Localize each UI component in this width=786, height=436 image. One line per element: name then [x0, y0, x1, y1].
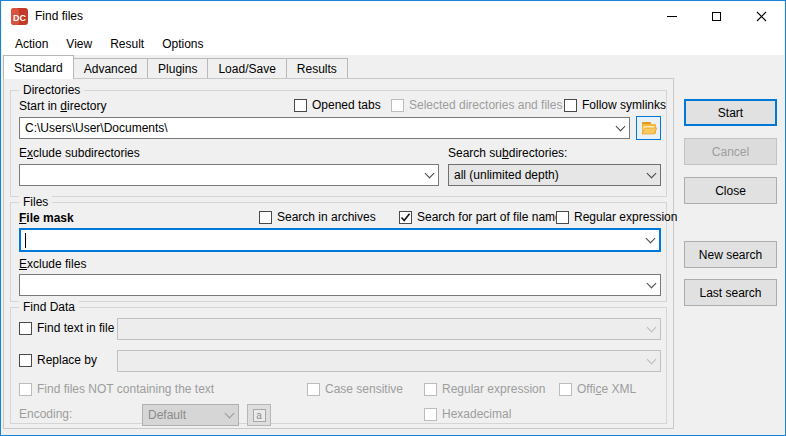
maximize-icon [712, 12, 721, 21]
selected-dirs-checkbox: Selected directories and files [391, 98, 562, 112]
checkbox-icon [559, 383, 572, 396]
menu-action[interactable]: Action [6, 34, 57, 54]
chevron-down-icon [424, 168, 434, 178]
case-sensitive-checkbox: Case sensitive [307, 382, 403, 396]
close-icon [756, 11, 767, 22]
dropdown-arrow [642, 351, 660, 371]
directories-group: Directories Start in directory Opened ta… [10, 90, 667, 197]
browse-folder-button[interactable] [636, 116, 661, 140]
dropdown-arrow [220, 405, 238, 425]
start-button[interactable]: Start [684, 99, 777, 126]
checkbox-icon [19, 322, 32, 335]
chevron-down-icon [615, 121, 625, 131]
standard-tab-panel: Directories Start in directory Opened ta… [3, 78, 674, 429]
data-regular-expression-checkbox: Regular expression [424, 382, 545, 396]
exclude-subdirectories-combobox[interactable] [19, 164, 439, 186]
window-title: Find files [35, 9, 83, 23]
checkbox-icon [307, 383, 320, 396]
menu-result[interactable]: Result [101, 34, 153, 54]
hexadecimal-checkbox: Hexadecimal [424, 407, 511, 421]
chevron-down-icon [645, 233, 655, 243]
find-text-combobox [117, 318, 661, 340]
find-files-window: DC Find files Action View Result Options… [0, 0, 786, 436]
search-in-archives-checkbox[interactable]: Search in archives [259, 210, 376, 224]
new-search-button[interactable]: New search [684, 241, 777, 268]
tab-load-save[interactable]: Load/Save [207, 58, 286, 79]
encoding-value: Default [143, 408, 220, 422]
tabstrip: Standard Advanced Plugins Load/Save Resu… [3, 56, 347, 79]
chevron-down-icon [646, 278, 656, 288]
encoding-dropdown: Default [142, 404, 239, 426]
letter-a-icon: a [253, 409, 266, 422]
ansi-mode-button: a [247, 404, 271, 426]
svg-text:DC: DC [13, 13, 26, 23]
files-regular-expression-checkbox[interactable]: Regular expression [556, 210, 677, 224]
chevron-down-icon [224, 408, 234, 418]
dropdown-arrow[interactable] [642, 165, 660, 185]
minimize-icon [667, 16, 677, 17]
close-search-button[interactable]: Close [684, 177, 777, 204]
checkbox-icon [19, 383, 32, 396]
find-data-legend: Find Data [19, 300, 79, 314]
opened-tabs-checkbox[interactable]: Opened tabs [294, 98, 381, 112]
tab-advanced[interactable]: Advanced [73, 58, 148, 79]
folder-icon [641, 121, 657, 135]
checkbox-checked-icon [399, 211, 412, 224]
search-subdirectories-value: all (unlimited depth) [449, 168, 642, 182]
chevron-down-icon [646, 354, 656, 364]
search-subdirectories-dropdown[interactable]: all (unlimited depth) [448, 164, 661, 186]
last-search-button[interactable]: Last search [684, 279, 777, 306]
menubar: Action View Result Options [2, 32, 784, 55]
exclude-files-label: Exclude files [19, 257, 86, 271]
files-group: Files File mask Search in archives Searc… [10, 202, 667, 302]
menu-view[interactable]: View [57, 34, 101, 54]
follow-symlinks-checkbox[interactable]: Follow symlinks [564, 98, 666, 112]
exclude-files-combobox[interactable] [19, 274, 661, 296]
checkbox-icon [259, 211, 272, 224]
office-xml-checkbox: Office XML [559, 382, 636, 396]
close-button[interactable] [739, 1, 784, 32]
replace-by-checkbox[interactable]: Replace by [19, 353, 97, 367]
find-data-group: Find Data Find text in file Replace by F… [10, 307, 667, 424]
directories-legend: Directories [19, 83, 84, 97]
text-cursor [25, 233, 26, 248]
not-containing-checkbox: Find files NOT containing the text [19, 382, 214, 396]
exclude-subdirectories-label: Exclude subdirectories [19, 146, 140, 160]
chevron-down-icon [646, 322, 656, 332]
dropdown-arrow[interactable] [641, 230, 659, 250]
start-directory-value: C:\Users\User\Documents\ [20, 121, 611, 135]
dropdown-arrow [642, 319, 660, 339]
dropdown-arrow[interactable] [642, 275, 660, 295]
search-subdirectories-label: Search subdirectories: [448, 146, 567, 160]
start-in-directory-label: Start in directory [19, 99, 106, 113]
files-legend: Files [19, 195, 52, 209]
checkbox-icon [556, 211, 569, 224]
app-logo-icon: DC [11, 8, 28, 25]
checkbox-icon [564, 99, 577, 112]
checkbox-icon [424, 383, 437, 396]
encoding-label: Encoding: [19, 407, 72, 421]
find-text-in-file-checkbox[interactable]: Find text in file [19, 321, 114, 335]
tab-results[interactable]: Results [286, 58, 348, 79]
file-mask-combobox[interactable] [19, 228, 661, 252]
minimize-button[interactable] [649, 1, 694, 32]
checkbox-icon [391, 99, 404, 112]
cancel-button: Cancel [684, 138, 777, 165]
tab-plugins[interactable]: Plugins [147, 58, 208, 79]
maximize-button[interactable] [694, 1, 739, 32]
replace-by-combobox [117, 350, 661, 372]
search-part-of-name-checkbox[interactable]: Search for part of file name [399, 210, 562, 224]
checkbox-icon [19, 354, 32, 367]
chevron-down-icon [646, 168, 656, 178]
dropdown-arrow[interactable] [420, 165, 438, 185]
dropdown-arrow[interactable] [611, 118, 629, 138]
checkbox-icon [424, 408, 437, 421]
start-directory-combobox[interactable]: C:\Users\User\Documents\ [19, 117, 630, 139]
checkbox-icon [294, 99, 307, 112]
file-mask-label: File mask [19, 211, 74, 225]
titlebar[interactable]: DC Find files [2, 1, 784, 32]
tab-standard[interactable]: Standard [3, 55, 74, 79]
menu-options[interactable]: Options [153, 34, 212, 54]
